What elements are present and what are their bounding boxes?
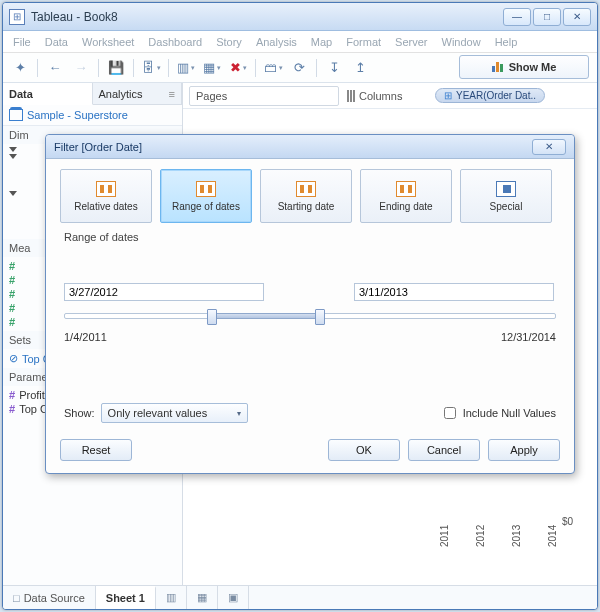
reset-button[interactable]: Reset bbox=[60, 439, 132, 461]
pages-label: Pages bbox=[196, 90, 227, 102]
tab-range-of-dates[interactable]: Range of dates bbox=[160, 169, 252, 223]
group-icon[interactable]: 🗃 bbox=[262, 57, 284, 79]
database-icon bbox=[9, 109, 23, 121]
expand-icon[interactable] bbox=[9, 191, 17, 196]
tab-data[interactable]: Data bbox=[3, 83, 93, 105]
parameter-icon: # bbox=[9, 403, 15, 415]
range-max-label: 12/31/2014 bbox=[501, 331, 556, 343]
forward-icon[interactable]: → bbox=[70, 57, 92, 79]
expand-icon[interactable] bbox=[9, 154, 17, 159]
panel-tabs: Data Analytics ≡ bbox=[3, 83, 182, 105]
expand-icon[interactable] bbox=[9, 147, 17, 152]
close-button[interactable]: ✕ bbox=[563, 8, 591, 26]
x-tick: 2014 bbox=[547, 535, 563, 547]
include-null-input[interactable] bbox=[444, 407, 456, 419]
menu-dashboard[interactable]: Dashboard bbox=[148, 36, 202, 48]
number-icon: # bbox=[9, 316, 15, 328]
tab-starting-date[interactable]: Starting date bbox=[260, 169, 352, 223]
app-icon: ⊞ bbox=[9, 9, 25, 25]
sort-asc-icon[interactable]: ↧ bbox=[323, 57, 345, 79]
auto-update-icon[interactable]: ▥ bbox=[175, 57, 197, 79]
swap-icon[interactable]: ▦ bbox=[201, 57, 223, 79]
expand-pill-icon: ⊞ bbox=[444, 90, 452, 101]
dialog-titlebar: Filter [Order Date] ✕ bbox=[46, 135, 574, 159]
datasource-row[interactable]: Sample - Superstore bbox=[3, 105, 182, 126]
show-dropdown-row: Show: Only relevant values Include Null … bbox=[64, 403, 556, 423]
new-story-button[interactable]: ▣ bbox=[218, 586, 249, 609]
x-tick: 2012 bbox=[475, 535, 491, 547]
refresh-icon[interactable]: ⟳ bbox=[288, 57, 310, 79]
ok-button[interactable]: OK bbox=[328, 439, 400, 461]
menu-data[interactable]: Data bbox=[45, 36, 68, 48]
menu-server[interactable]: Server bbox=[395, 36, 427, 48]
y-axis-zero-label: $0 bbox=[562, 516, 573, 527]
show-me-button[interactable]: Show Me bbox=[459, 55, 589, 79]
column-pill-year[interactable]: ⊞ YEAR(Order Dat.. bbox=[435, 88, 545, 103]
menu-map[interactable]: Map bbox=[311, 36, 332, 48]
start-icon[interactable]: ✦ bbox=[9, 57, 31, 79]
menu-format[interactable]: Format bbox=[346, 36, 381, 48]
columns-icon bbox=[347, 90, 355, 102]
columns-text: Columns bbox=[359, 90, 402, 102]
tab-ending-date[interactable]: Ending date bbox=[360, 169, 452, 223]
date-range-slider[interactable] bbox=[64, 307, 556, 327]
save-icon[interactable]: 💾 bbox=[105, 57, 127, 79]
relative-dates-icon bbox=[96, 181, 116, 197]
datasource-tab-label: Data Source bbox=[24, 592, 85, 604]
filter-dialog: Filter [Order Date] ✕ Relative dates Ran… bbox=[45, 134, 575, 474]
slider-range-labels: 1/4/2011 12/31/2014 bbox=[64, 331, 556, 343]
number-icon: # bbox=[9, 260, 15, 272]
menu-worksheet[interactable]: Worksheet bbox=[82, 36, 134, 48]
tab-label: Relative dates bbox=[74, 201, 137, 212]
x-axis: 2011 2012 2013 2014 bbox=[183, 533, 581, 549]
menu-story[interactable]: Story bbox=[216, 36, 242, 48]
pages-shelf[interactable]: Pages bbox=[189, 86, 339, 106]
tab-analytics[interactable]: Analytics ≡ bbox=[93, 83, 183, 105]
tab-label: Special bbox=[490, 201, 523, 212]
tab-relative-dates[interactable]: Relative dates bbox=[60, 169, 152, 223]
tab-datasource[interactable]: □ Data Source bbox=[3, 586, 96, 609]
slider-handle-start[interactable] bbox=[207, 309, 217, 325]
show-values-dropdown[interactable]: Only relevant values bbox=[101, 403, 249, 423]
dialog-title: Filter [Order Date] bbox=[54, 141, 142, 153]
range-of-dates-icon bbox=[196, 181, 216, 197]
slider-handle-end[interactable] bbox=[315, 309, 325, 325]
apply-button[interactable]: Apply bbox=[488, 439, 560, 461]
toolbar-separator bbox=[316, 59, 317, 77]
new-dashboard-button[interactable]: ▦ bbox=[187, 586, 218, 609]
show-me-label: Show Me bbox=[509, 61, 557, 73]
menu-window[interactable]: Window bbox=[442, 36, 481, 48]
toolbar-separator bbox=[37, 59, 38, 77]
ending-date-icon bbox=[396, 181, 416, 197]
menu-analysis[interactable]: Analysis bbox=[256, 36, 297, 48]
tab-data-label: Data bbox=[9, 88, 33, 100]
filter-subheading: Range of dates bbox=[64, 231, 556, 243]
toolbar: ✦ ← → 💾 🗄 ▥ ▦ ✖ 🗃 ⟳ ↧ ↥ Show Me bbox=[3, 53, 597, 83]
tab-sheet1[interactable]: Sheet 1 bbox=[96, 586, 156, 609]
maximize-button[interactable]: □ bbox=[533, 8, 561, 26]
starting-date-icon bbox=[296, 181, 316, 197]
back-icon[interactable]: ← bbox=[44, 57, 66, 79]
sheet-tabs: □ Data Source Sheet 1 ▥ ▦ ▣ bbox=[3, 585, 597, 609]
include-null-checkbox[interactable]: Include Null Values bbox=[440, 404, 556, 422]
tab-special[interactable]: Special bbox=[460, 169, 552, 223]
columns-shelf[interactable]: ⊞ YEAR(Order Dat.. bbox=[435, 88, 591, 103]
filter-type-tabs: Relative dates Range of dates Starting d… bbox=[46, 159, 574, 227]
menu-file[interactable]: File bbox=[13, 36, 31, 48]
start-date-input[interactable] bbox=[64, 283, 264, 301]
number-icon: # bbox=[9, 302, 15, 314]
sort-desc-icon[interactable]: ↥ bbox=[349, 57, 371, 79]
datasource-icon[interactable]: 🗄 bbox=[140, 57, 162, 79]
minimize-button[interactable]: — bbox=[503, 8, 531, 26]
dialog-close-button[interactable]: ✕ bbox=[532, 139, 566, 155]
new-worksheet-button[interactable]: ▥ bbox=[156, 586, 187, 609]
datasource-name: Sample - Superstore bbox=[27, 109, 128, 121]
range-min-label: 1/4/2011 bbox=[64, 331, 107, 343]
clear-icon[interactable]: ✖ bbox=[227, 57, 249, 79]
menubar: File Data Worksheet Dashboard Story Anal… bbox=[3, 31, 597, 53]
titlebar: ⊞ Tableau - Book8 — □ ✕ bbox=[3, 3, 597, 31]
x-tick: 2013 bbox=[511, 535, 527, 547]
menu-help[interactable]: Help bbox=[495, 36, 518, 48]
cancel-button[interactable]: Cancel bbox=[408, 439, 480, 461]
end-date-input[interactable] bbox=[354, 283, 554, 301]
